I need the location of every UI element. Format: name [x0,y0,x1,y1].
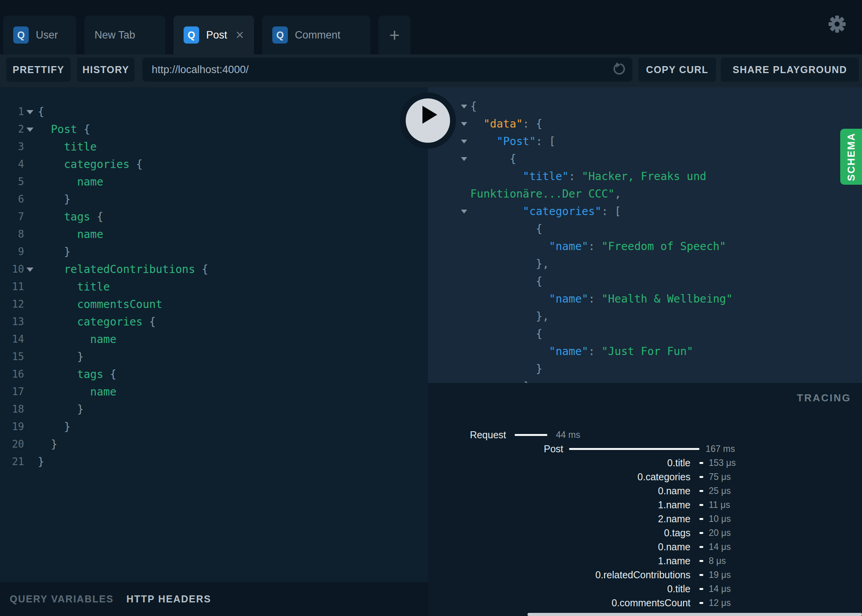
trace-duration-value: 14 μs [709,540,731,554]
fold-arrow-icon[interactable] [26,268,33,272]
new-tab-button[interactable]: + [378,16,410,54]
http-headers-button[interactable]: HTTP HEADERS [126,582,211,616]
history-button[interactable]: HISTORY [77,58,135,82]
editor-line: 9 } [0,243,428,261]
trace-row: 0.tags20 μs [428,526,862,540]
code-text: name [38,173,103,191]
code-text: "title": "Hacker, Freaks und [470,168,706,185]
line-number: 3 [0,138,24,156]
line-number: 10 [0,261,24,278]
line-number: 9 [0,243,24,261]
code-text: { [470,273,542,290]
editor-line: 10 relatedContributions { [0,261,428,278]
tab-post[interactable]: QPost× [173,16,254,54]
url-text: http://localhost:4000/ [152,64,249,76]
line-number: 15 [0,348,24,366]
response-line: "Post": [ [428,133,862,150]
response-line: { [428,150,862,168]
response-line: { [428,220,862,238]
tracing-title: TRACING [797,392,851,404]
copy-curl-button[interactable]: COPY CURL [638,58,716,82]
fold-arrow-icon[interactable] [461,210,467,214]
response-line: "name": "Health & Wellbeing" [428,290,862,308]
fold-arrow-icon[interactable] [461,122,467,126]
editor-line: 13 categories { [0,313,428,331]
trace-duration-dash [699,532,703,534]
fold-arrow-icon[interactable] [26,110,33,114]
response-line: { [428,325,862,343]
response-line: }, [428,255,862,273]
query-badge: Q [184,26,199,44]
trace-duration-value: 153 μs [709,456,736,470]
line-number: 19 [0,418,24,436]
url-input[interactable]: http://localhost:4000/ [142,58,632,82]
code-text: } [38,348,84,366]
line-number: 2 [0,121,24,138]
code-text: } [470,360,542,378]
horizontal-scrollbar[interactable] [527,613,862,616]
response-line: { [428,273,862,290]
fold-arrow-icon[interactable] [461,140,467,144]
line-number: 13 [0,313,24,331]
code-text: } [38,401,84,418]
line-number: 8 [0,226,24,243]
code-text: "name": "Health & Wellbeing" [470,290,732,308]
code-text: categories { [38,156,143,173]
replay-icon[interactable] [611,62,626,77]
line-number: 11 [0,278,24,296]
trace-field-label: Post [428,442,563,456]
trace-duration-value: 75 μs [709,470,731,484]
toolbar: PRETTIFY HISTORY http://localhost:4000/ … [0,54,862,87]
tab-label: User [36,29,58,41]
response-viewer[interactable]: { "data": { "Post": [ { "title": "Hacker… [428,87,862,383]
trace-field-label: 1.name [428,554,690,568]
trace-field-label: 0.name [428,484,690,498]
trace-duration-value: 12 μs [709,596,731,610]
trace-field-label: 0.commentsCount [428,596,690,610]
execute-button[interactable] [400,93,456,149]
editor-line: 12 commentsCount [0,296,428,313]
response-line: "categories": [ [428,203,862,220]
trace-row: 0.categories75 μs [428,470,862,484]
settings-gear-icon[interactable] [828,15,846,33]
share-playground-button[interactable]: SHARE PLAYGROUND [721,58,859,82]
trace-duration-dash [699,476,703,478]
code-text: } [38,453,44,471]
code-text: { [38,103,44,121]
response-line: "name": "Freedom of Speech" [428,238,862,255]
schema-tab-button[interactable]: SCHEMA [840,129,862,185]
line-number: 5 [0,173,24,191]
fold-arrow-icon[interactable] [461,157,467,161]
fold-arrow-icon[interactable] [461,105,467,108]
trace-field-label: 0.name [428,540,690,554]
trace-field-label: 0.tags [428,526,690,540]
trace-duration-dash [699,602,703,604]
code-text: name [38,383,116,401]
query-editor[interactable]: 1{2 Post {3 title4 categories {5 name6 }… [0,87,428,582]
trace-duration-dash [699,518,703,520]
tab-label: New Tab [95,29,135,41]
trace-row: 1.name11 μs [428,498,862,512]
trace-field-label: 0.relatedContributions [428,568,690,582]
code-text: title [38,278,110,296]
code-text: "data": { [470,115,542,133]
trace-duration-bar [515,434,547,436]
tab-comment[interactable]: QComment [262,16,370,54]
tab-label: Post [206,29,227,41]
code-text: "Post": [ [470,133,555,150]
trace-duration-bar [569,448,699,450]
trace-duration-dash [699,504,703,506]
query-variables-button[interactable]: QUERY VARIABLES [10,582,114,616]
fold-arrow-icon[interactable] [26,128,33,132]
close-tab-icon[interactable]: × [236,28,244,42]
trace-field-label: Request [428,428,506,442]
tracing-rows: Request44 msPost167 ms0.title153 μs0.cat… [428,428,862,616]
editor-line: 8 name [0,226,428,243]
tab-user[interactable]: QUser [3,16,76,54]
code-text: { [470,98,477,115]
tab-new-tab[interactable]: New Tab [84,16,165,54]
response-line: { [428,98,862,115]
prettify-button[interactable]: PRETTIFY [6,58,71,82]
trace-row: 0.name25 μs [428,484,862,498]
query-badge: Q [13,26,29,44]
